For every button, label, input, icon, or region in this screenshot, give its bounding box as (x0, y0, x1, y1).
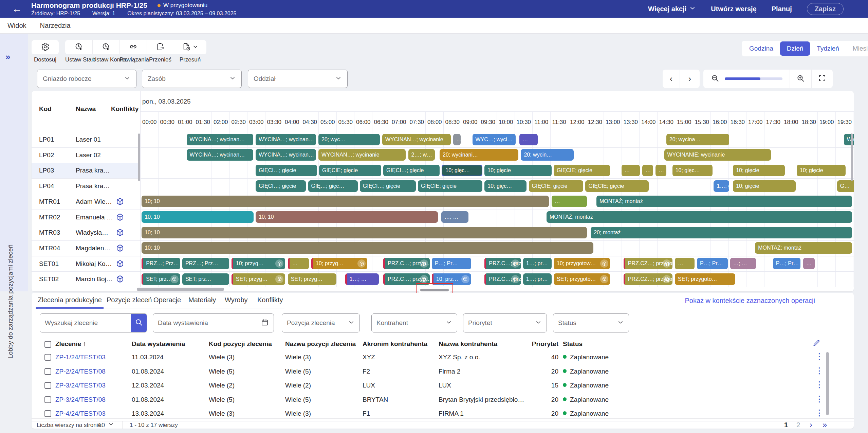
tab-pozycje-zleceń[interactable]: Pozycje zleceń (107, 296, 152, 304)
zoom-in-button[interactable] (790, 70, 811, 88)
gantt-bar[interactable]: 10; przyg… (311, 258, 367, 269)
gantt-bar[interactable]: PRZ.CZ…; przygot… (624, 273, 672, 285)
gantt-bar[interactable]: … (552, 196, 587, 207)
gantt-bar[interactable]: 2…; w… (408, 149, 435, 161)
zoom-slider[interactable] (725, 77, 782, 80)
column-header-priorytet[interactable]: Priorytet (517, 340, 558, 348)
gantt-vertical-scrollbar[interactable] (851, 133, 853, 181)
gantt-bar[interactable]: 10; przygotow… (554, 258, 610, 269)
search-input[interactable] (40, 314, 131, 332)
gantt-bar[interactable]: 20; wycinani… (440, 149, 518, 161)
search-button[interactable] (131, 314, 147, 332)
page-button-1[interactable]: 1 (784, 421, 788, 429)
next-page-button[interactable]: › (810, 420, 812, 429)
toolbar-button-powiązania[interactable]: Powiązania (119, 40, 147, 63)
gantt-bar[interactable]: … (453, 134, 461, 145)
gantt-bar[interactable]: SET; przyg… (288, 273, 336, 285)
gantt-bar[interactable]: P…; Pr… (697, 258, 727, 269)
create-version-button[interactable]: Utwórz wersję (711, 5, 756, 13)
gantt-bar[interactable]: MONTAŻ; montaż (755, 242, 852, 254)
gantt-bar[interactable]: … (675, 258, 695, 269)
row-checkbox[interactable] (44, 396, 51, 403)
gantt-bar[interactable]: MONTAŻ; montaż (596, 196, 852, 207)
gantt-bar[interactable]: P…; Pr… (773, 258, 800, 269)
gantt-bar[interactable]: WYCINA…; wycinan… (256, 149, 316, 161)
row-checkbox[interactable] (44, 382, 51, 389)
resource-scrollbar[interactable] (138, 133, 140, 181)
view-tab-godzina[interactable]: Godzina (742, 41, 780, 56)
gantt-bar[interactable]: 10; 10 (142, 211, 254, 223)
gantt-bar[interactable]: WYCINA…; wycinan… (187, 134, 254, 145)
gantt-bar[interactable]: 1…; pr… (523, 258, 552, 269)
gantt-bar[interactable]: SET; przyg… (232, 273, 285, 285)
column-header-nazwa-pozycji-zlecenia[interactable]: Nazwa pozycji zlecenia (285, 340, 356, 348)
gantt-bar[interactable]: 10; 10 (142, 242, 593, 254)
gantt-bar[interactable]: … (655, 165, 666, 176)
row-checkbox[interactable] (44, 368, 51, 375)
column-header-status[interactable]: Status (563, 340, 583, 348)
filter-gniazdo-robocze[interactable]: Gniazdo robocze (37, 70, 136, 88)
gantt-bar[interactable]: GIĘCIE; gięcie (554, 165, 610, 176)
gantt-bar[interactable]: P…; Pr… (432, 258, 471, 269)
gantt-bar[interactable]: 10; gięcie (797, 165, 846, 176)
filter-zasób[interactable]: Zasób (142, 70, 242, 88)
gantt-bar[interactable]: 20; wycina… (666, 134, 729, 145)
filter-oddział[interactable]: Oddział (248, 70, 348, 88)
gantt-bar[interactable]: GIĘ…; gięc… (308, 180, 358, 192)
gantt-bar[interactable]: 10; gięcie (733, 180, 796, 192)
gantt-bar[interactable]: 20; wyc… (318, 134, 380, 145)
gantt-bar[interactable]: PRZ.C…; przyg… (383, 258, 430, 269)
row-checkbox[interactable] (44, 354, 51, 361)
order-link[interactable]: ZP-3/24/TEST/08 (55, 396, 106, 403)
toolbar-button-przenieś[interactable]: Przenieś (147, 40, 174, 63)
gantt-bar[interactable]: GIĘCIE; gięcie (319, 165, 381, 176)
show-context-link[interactable]: Pokaż w kontekście zaznaczonych operacji (685, 297, 815, 305)
row-menu-button[interactable]: ⋮ (815, 409, 824, 416)
gantt-bar[interactable]: 10; 10 (142, 196, 549, 207)
toolbar-button-ustaw-start[interactable]: Ustaw Start (65, 40, 92, 63)
filter-pozycja-zlecenia[interactable]: Pozycja zlecenia (282, 313, 360, 332)
gantt-bar[interactable]: WYC…; wyci… (473, 134, 516, 145)
gantt-bar[interactable]: SET; prz… (142, 273, 180, 285)
last-page-button[interactable]: » (823, 420, 827, 429)
gantt-bar[interactable]: 10; przyg… (232, 258, 285, 269)
gantt-bar[interactable]: 10; gięcie (484, 165, 552, 176)
column-header-data-wystawienia[interactable]: Data wystawienia (132, 340, 185, 348)
tab-materiały[interactable]: Materiały (188, 296, 216, 304)
gantt-bar[interactable]: GIĘCIE; gięcie (585, 180, 649, 192)
gantt-bar[interactable]: …; … (441, 211, 468, 223)
gantt-bar[interactable]: GIĘCIE; gięcie (418, 180, 482, 192)
gantt-bar[interactable]: PRZ.C…; przyg… (484, 273, 521, 285)
gantt-bar[interactable]: WYCINANIE; wycinanie (664, 149, 771, 161)
plan-button[interactable]: Planuj (772, 5, 792, 13)
menu-item-narzędzia[interactable]: Narzędzia (40, 22, 71, 30)
gantt-bar[interactable]: WYCINAN…; wycinanie (382, 134, 451, 145)
gantt-bar[interactable]: … (642, 165, 653, 176)
more-actions-button[interactable]: Więcej akcji (648, 5, 696, 13)
menu-item-widok[interactable]: Widok (7, 22, 26, 30)
gantt-bar[interactable]: SET; prz… (182, 273, 229, 285)
gantt-bar[interactable]: 10; 10 (256, 211, 438, 223)
gantt-bar[interactable]: … (803, 258, 815, 269)
column-header-zlecenie[interactable]: Zlecenie ↑ (55, 340, 86, 348)
gantt-bar[interactable]: 1…; gi… (714, 180, 729, 192)
row-menu-button[interactable]: ⋮ (815, 353, 824, 360)
gantt-bar[interactable]: WYCINAN…; wycinanie (318, 149, 406, 161)
tab-wyroby[interactable]: Wyroby (225, 296, 248, 304)
gantt-bar[interactable]: … (622, 165, 640, 176)
gantt-horizontal-scrollbar[interactable] (137, 288, 224, 291)
row-checkbox[interactable] (44, 410, 51, 417)
gantt-bar[interactable]: 1…; pr… (523, 273, 552, 285)
gantt-bar[interactable]: … (519, 134, 538, 145)
page-size-value[interactable]: 10 (98, 422, 105, 429)
gantt-bar[interactable]: SET; przygoto… (554, 273, 610, 285)
filter-kontrahent[interactable]: Kontrahent (371, 313, 457, 332)
gantt-bar[interactable]: 20; wycin… (521, 149, 574, 161)
tab-konflikty[interactable]: Konflikty (257, 296, 283, 304)
view-tab-miesiąc[interactable]: Miesiąc (846, 41, 868, 56)
toolbar-button-dostosuj[interactable]: Dostosuj (32, 40, 59, 63)
tab-operacje[interactable]: Operacje (153, 296, 181, 304)
zoom-out-icon[interactable] (711, 74, 719, 84)
row-menu-button[interactable]: ⋮ (815, 381, 824, 388)
view-tab-tydzień[interactable]: Tydzień (810, 41, 846, 56)
